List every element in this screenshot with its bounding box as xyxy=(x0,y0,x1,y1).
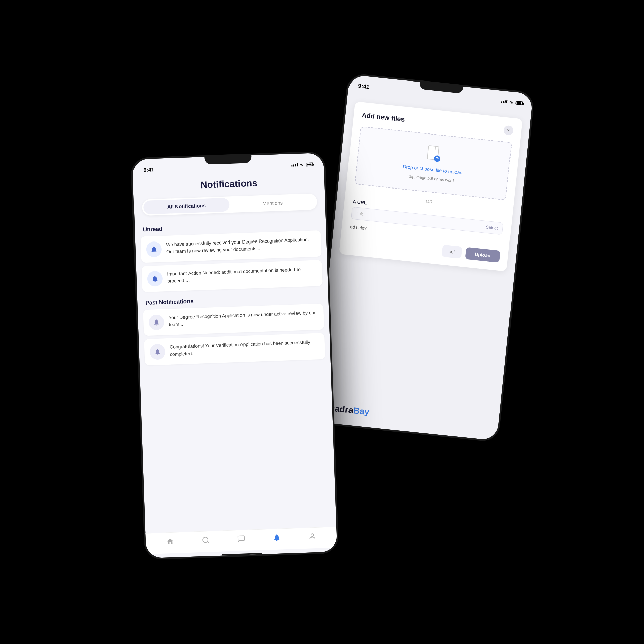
notif-text-past-2: Congratulations! Your Verification Appli… xyxy=(170,338,320,358)
upload-formats: zip,image,pdf or ms.word xyxy=(409,174,454,183)
upload-file-icon xyxy=(425,145,444,164)
notifications-list: Unread We have successfully received you… xyxy=(135,216,336,533)
active-bell-icon xyxy=(273,534,281,542)
nav-bell[interactable] xyxy=(273,534,281,542)
home-icon xyxy=(166,537,174,546)
front-battery-icon xyxy=(306,162,313,166)
upload-modal: Add new files × Drop or choose xyxy=(339,101,523,271)
back-status-time: 9:41 xyxy=(358,83,370,90)
upload-drop-text: Drop or choose file to upload xyxy=(402,164,463,175)
tab-all-notifications[interactable]: All Notifications xyxy=(143,198,230,214)
nav-profile[interactable] xyxy=(308,532,317,541)
front-status-icons: ∿ xyxy=(291,162,313,168)
front-wifi-icon: ∿ xyxy=(300,162,304,167)
svg-point-3 xyxy=(311,534,314,536)
nav-chat[interactable] xyxy=(237,535,246,543)
tab-mentions[interactable]: Mentions xyxy=(229,195,316,211)
notif-bell-wrap-past-2 xyxy=(150,344,166,360)
wifi-icon: ∿ xyxy=(509,99,514,105)
profile-icon xyxy=(308,532,317,541)
logo-bay: Bay xyxy=(353,405,370,417)
front-signal-icon xyxy=(291,163,298,167)
home-bar xyxy=(222,553,262,556)
notif-text-2: Important Action Needed: additional docu… xyxy=(167,265,317,285)
modal-container: Add new files × Drop or choose xyxy=(316,94,531,415)
nav-search[interactable] xyxy=(202,536,210,544)
notif-text-1: We have successfully received your Degre… xyxy=(166,236,316,255)
choose-link[interactable]: choose xyxy=(419,166,435,173)
bell-icon-1 xyxy=(150,246,158,253)
bell-icon-past-1 xyxy=(153,319,160,326)
chat-icon xyxy=(237,535,246,543)
scene: 9:41 ∿ Add xyxy=(138,87,506,557)
cancel-button[interactable]: cel xyxy=(441,245,462,259)
search-icon xyxy=(202,536,210,544)
front-status-time: 9:41 xyxy=(143,167,154,173)
back-phone: 9:41 ∿ Add xyxy=(312,73,535,443)
upload-dropzone[interactable]: Drop or choose file to upload zip,image,… xyxy=(355,126,512,201)
drop-text-suffix: file to upload xyxy=(434,167,463,175)
front-phone-notch xyxy=(204,154,252,165)
close-button[interactable]: × xyxy=(503,125,514,136)
front-phone: 9:41 ∿ Notifications xyxy=(130,151,339,560)
notif-bell-wrap-2 xyxy=(147,271,163,287)
modal-title: Add new files xyxy=(361,111,405,123)
battery-icon xyxy=(515,101,523,105)
bell-icon-2 xyxy=(151,275,159,283)
screen-content: Notifications All Notifications Mentions… xyxy=(133,170,336,533)
url-select-button[interactable]: Select xyxy=(486,224,498,231)
notif-item-past-2[interactable]: Congratulations! Your Verification Appli… xyxy=(144,333,325,366)
bell-icon-past-2 xyxy=(154,348,161,356)
notif-text-past-1: Your Degree Recognition Application is n… xyxy=(169,309,319,328)
notif-item-unread-2[interactable]: Important Action Needed: additional docu… xyxy=(142,260,323,292)
notif-bell-wrap-1 xyxy=(146,241,162,257)
signal-icon xyxy=(501,99,508,103)
nav-home[interactable] xyxy=(166,537,174,546)
upload-button[interactable]: Upload xyxy=(465,247,501,263)
notif-bell-wrap-past-1 xyxy=(149,314,165,330)
drop-text-prefix: Drop or xyxy=(402,164,420,171)
back-status-icons: ∿ xyxy=(501,98,523,106)
